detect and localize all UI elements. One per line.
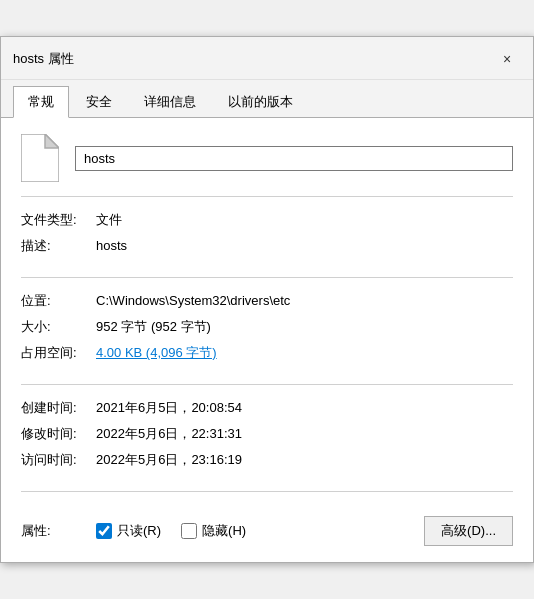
location-row: 位置: C:\Windows\System32\drivers\etc — [21, 292, 513, 310]
tab-bar: 常规 安全 详细信息 以前的版本 — [1, 80, 533, 118]
accessed-label: 访问时间: — [21, 451, 96, 469]
readonly-checkbox-label[interactable]: 只读(R) — [96, 522, 161, 540]
svg-marker-0 — [21, 134, 59, 182]
window-title: hosts 属性 — [13, 50, 74, 68]
timestamps-section: 创建时间: 2021年6月5日，20:08:54 修改时间: 2022年5月6日… — [21, 399, 513, 492]
type-description-section: 文件类型: 文件 描述: hosts — [21, 211, 513, 278]
description-label: 描述: — [21, 237, 96, 255]
tab-previous-versions[interactable]: 以前的版本 — [213, 86, 308, 117]
accessed-row: 访问时间: 2022年5月6日，23:16:19 — [21, 451, 513, 469]
modified-value: 2022年5月6日，22:31:31 — [96, 425, 513, 443]
tab-general[interactable]: 常规 — [13, 86, 69, 118]
title-bar: hosts 属性 × — [1, 37, 533, 80]
modified-label: 修改时间: — [21, 425, 96, 443]
disk-size-row: 占用空间: 4.00 KB (4,096 字节) — [21, 344, 513, 362]
disk-size-label: 占用空间: — [21, 344, 96, 362]
size-value: 952 字节 (952 字节) — [96, 318, 513, 336]
hidden-label: 隐藏(H) — [202, 522, 246, 540]
file-type-row: 文件类型: 文件 — [21, 211, 513, 229]
properties-window: hosts 属性 × 常规 安全 详细信息 以前的版本 文件类型: 文件 — [0, 36, 534, 563]
location-label: 位置: — [21, 292, 96, 310]
advanced-button[interactable]: 高级(D)... — [424, 516, 513, 546]
size-row: 大小: 952 字节 (952 字节) — [21, 318, 513, 336]
size-section: 位置: C:\Windows\System32\drivers\etc 大小: … — [21, 292, 513, 385]
tab-content: 文件类型: 文件 描述: hosts 位置: C:\Windows\System… — [1, 118, 533, 562]
svg-marker-1 — [45, 134, 59, 148]
disk-size-value[interactable]: 4.00 KB (4,096 字节) — [96, 344, 513, 362]
file-type-label: 文件类型: — [21, 211, 96, 229]
attributes-row: 属性: 只读(R) 隐藏(H) 高级(D)... — [21, 506, 513, 546]
checkbox-group: 只读(R) 隐藏(H) — [96, 522, 424, 540]
tab-security[interactable]: 安全 — [71, 86, 127, 117]
file-name-input[interactable] — [75, 146, 513, 171]
modified-row: 修改时间: 2022年5月6日，22:31:31 — [21, 425, 513, 443]
description-value: hosts — [96, 238, 513, 253]
readonly-label: 只读(R) — [117, 522, 161, 540]
file-header — [21, 134, 513, 197]
close-button[interactable]: × — [493, 45, 521, 73]
hidden-checkbox-label[interactable]: 隐藏(H) — [181, 522, 246, 540]
description-row: 描述: hosts — [21, 237, 513, 255]
size-label: 大小: — [21, 318, 96, 336]
file-icon — [21, 134, 61, 182]
hidden-checkbox[interactable] — [181, 523, 197, 539]
file-type-value: 文件 — [96, 211, 513, 229]
created-value: 2021年6月5日，20:08:54 — [96, 399, 513, 417]
readonly-checkbox[interactable] — [96, 523, 112, 539]
location-value: C:\Windows\System32\drivers\etc — [96, 293, 513, 308]
accessed-value: 2022年5月6日，23:16:19 — [96, 451, 513, 469]
tab-details[interactable]: 详细信息 — [129, 86, 211, 117]
created-label: 创建时间: — [21, 399, 96, 417]
attributes-label: 属性: — [21, 522, 96, 540]
created-row: 创建时间: 2021年6月5日，20:08:54 — [21, 399, 513, 417]
